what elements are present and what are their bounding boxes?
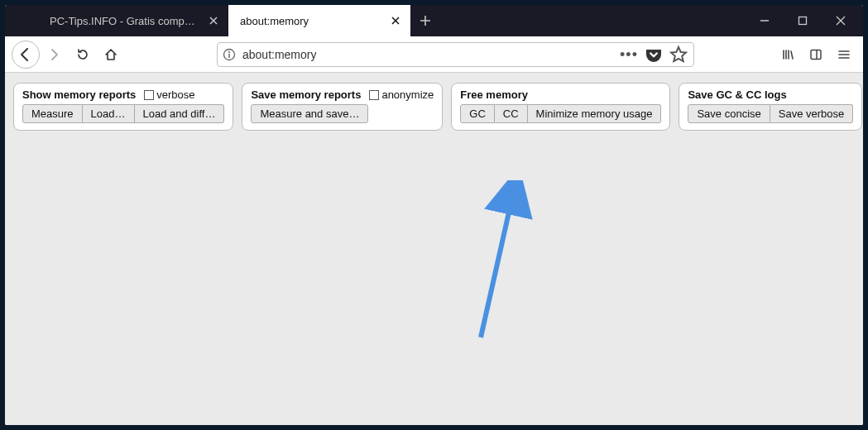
tab-inactive[interactable]: PC-Tips.INFO - Gratis computer tips <box>38 5 228 36</box>
url-bar[interactable]: ••• <box>217 42 694 67</box>
svg-rect-0 <box>799 17 807 25</box>
verbose-checkbox[interactable]: verbose <box>144 88 194 101</box>
home-button[interactable] <box>98 41 124 68</box>
checkbox-icon <box>369 90 379 100</box>
measure-and-save-button[interactable]: Measure and save… <box>251 104 368 123</box>
bookmark-star-icon[interactable] <box>669 45 688 64</box>
toolbar-right <box>770 42 856 67</box>
measure-button[interactable]: Measure <box>22 104 83 123</box>
new-tab-button[interactable] <box>410 5 440 36</box>
tab-title: about:memory <box>240 15 382 27</box>
pocket-icon[interactable] <box>644 45 664 64</box>
load-and-diff-button[interactable]: Load and diff… <box>135 104 225 123</box>
page-actions-icon[interactable]: ••• <box>619 45 639 64</box>
tab-strip: PC-Tips.INFO - Gratis computer tips abou… <box>5 5 863 36</box>
info-icon[interactable] <box>223 48 236 61</box>
checkbox-label: anonymize <box>381 88 434 101</box>
save-concise-button[interactable]: Save concise <box>688 104 770 123</box>
window-controls <box>747 5 863 36</box>
minimize-memory-button[interactable]: Minimize memory usage <box>528 104 662 123</box>
browser-window: PC-Tips.INFO - Gratis computer tips abou… <box>5 5 863 425</box>
panel-title: Show memory reports <box>22 88 136 101</box>
panel-title: Save GC & CC logs <box>688 88 786 101</box>
svg-rect-3 <box>811 50 821 59</box>
gc-button[interactable]: GC <box>460 104 495 123</box>
maximize-button[interactable] <box>785 8 820 33</box>
close-window-button[interactable] <box>823 8 858 33</box>
tab-title: PC-Tips.INFO - Gratis computer tips <box>50 15 200 27</box>
save-verbose-button[interactable]: Save verbose <box>770 104 854 123</box>
close-icon[interactable] <box>207 14 220 27</box>
close-icon[interactable] <box>389 14 402 27</box>
annotation-arrow-icon <box>452 180 543 346</box>
library-icon[interactable] <box>775 42 800 67</box>
tab-active[interactable]: about:memory <box>228 5 410 36</box>
back-button[interactable] <box>12 41 40 69</box>
checkbox-icon <box>144 90 154 100</box>
minimize-button[interactable] <box>747 8 782 33</box>
load-button[interactable]: Load… <box>83 104 135 123</box>
reload-button[interactable] <box>70 41 96 68</box>
svg-line-4 <box>481 190 514 337</box>
menu-icon[interactable] <box>832 42 856 67</box>
sidebar-icon[interactable] <box>803 42 828 67</box>
navigation-toolbar: ••• <box>5 36 863 73</box>
panel-save-memory-reports: Save memory reports anonymize Measure an… <box>242 83 443 131</box>
panel-show-memory-reports: Show memory reports verbose Measure Load… <box>13 83 233 131</box>
url-input[interactable] <box>241 47 614 62</box>
panel-title: Save memory reports <box>251 88 361 101</box>
tab-strip-spacer <box>5 5 38 36</box>
page-content: Show memory reports verbose Measure Load… <box>5 73 863 425</box>
panel-free-memory: Free memory GC CC Minimize memory usage <box>451 83 670 131</box>
panel-title: Free memory <box>460 88 528 101</box>
svg-point-2 <box>228 51 230 53</box>
checkbox-label: verbose <box>156 88 194 101</box>
cc-button[interactable]: CC <box>495 104 528 123</box>
anonymize-checkbox[interactable]: anonymize <box>369 88 434 101</box>
forward-button[interactable] <box>41 41 68 68</box>
panel-save-gc-cc-logs: Save GC & CC logs Save concise Save verb… <box>679 83 862 131</box>
